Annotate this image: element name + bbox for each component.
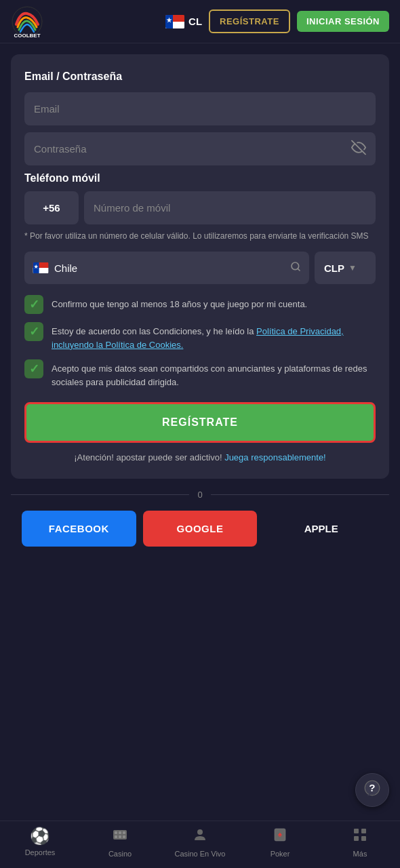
divider-line-right [211, 494, 389, 495]
bottom-nav: ⚽ Deportes Casino Casino En Vivo [0, 821, 400, 868]
nav-label-more: Más [353, 850, 367, 858]
casino-icon [112, 827, 128, 847]
casino-live-icon [192, 827, 208, 847]
nav-label-deportes: Deportes [25, 848, 56, 856]
nav-label-poker: Poker [271, 850, 290, 858]
svg-text:?: ? [369, 782, 375, 793]
chile-flag-selector [33, 262, 49, 273]
nav-item-more[interactable]: Más [320, 827, 400, 861]
phone-section-title: Teléfono móvil [24, 172, 376, 184]
svg-rect-6 [165, 15, 173, 28]
svg-rect-29 [354, 829, 359, 833]
register-button-header[interactable]: REGÍSTRATE [209, 9, 290, 33]
svg-rect-13 [33, 262, 39, 273]
currency-dropdown-icon: ▼ [348, 263, 357, 273]
divider-line-left [11, 494, 189, 495]
check-mark-data: ✓ [29, 361, 39, 376]
form-card: Email / Contraseña Teléfono móvil +56 * … [11, 54, 389, 479]
country-name-display: Chile [54, 262, 285, 274]
nav-item-poker[interactable]: ♠ Poker [240, 827, 320, 861]
privacy-policy-link[interactable]: Política de Privacidad, incluyendo la Po… [52, 326, 344, 350]
google-button[interactable]: GOOGLE [143, 511, 258, 547]
phone-prefix: +56 [24, 191, 79, 224]
svg-rect-30 [361, 829, 366, 833]
header: COOLBET CL REGÍSTRATE INICIAR SESIÓN [0, 0, 400, 43]
email-section-title: Email / Contraseña [24, 71, 376, 83]
chat-icon: ? [363, 779, 381, 801]
svg-rect-20 [115, 831, 117, 834]
check-mark-terms: ✓ [29, 324, 39, 339]
social-buttons: FACEBOOK GOOGLE APPLE [11, 511, 389, 547]
checkbox-label-age: Confirmo que tengo al menos 18 años y qu… [52, 295, 307, 311]
svg-line-16 [298, 269, 300, 271]
svg-rect-22 [123, 831, 125, 834]
country-flag-area: CL [165, 15, 202, 28]
password-toggle-icon[interactable] [351, 140, 366, 158]
check-mark-age: ✓ [29, 297, 39, 312]
email-input[interactable] [24, 92, 376, 125]
register-button-main[interactable]: REGÍSTRATE [24, 402, 376, 443]
svg-rect-21 [119, 831, 121, 834]
phone-hint: * Por favor utiliza un número de celular… [24, 230, 376, 242]
checkbox-item-terms: ✓ Estoy de acuerdo con las Condiciones, … [24, 322, 376, 351]
more-icon [352, 827, 368, 847]
checkbox-terms[interactable]: ✓ [24, 322, 43, 341]
checkbox-label-terms: Estoy de acuerdo con las Condiciones, y … [52, 322, 376, 351]
logo-area: COOLBET [11, 5, 43, 38]
nav-label-casino: Casino [108, 850, 132, 858]
checkbox-data[interactable]: ✓ [24, 359, 43, 378]
svg-rect-24 [119, 835, 121, 838]
phone-row: +56 [24, 191, 376, 224]
divider-row: 0 [11, 490, 389, 500]
checkbox-age[interactable]: ✓ [24, 295, 43, 314]
warning-static-text: ¡Atención! apostar puede ser adictivo! [74, 452, 224, 462]
nav-item-casino[interactable]: Casino [80, 827, 160, 861]
checkbox-group: ✓ Confirmo que tengo al menos 18 años y … [24, 295, 376, 389]
nav-item-deportes[interactable]: ⚽ Deportes [0, 827, 80, 861]
svg-rect-31 [354, 836, 359, 841]
country-selector[interactable]: Chile [24, 252, 309, 284]
currency-selector[interactable]: CLP ▼ [315, 252, 376, 284]
sports-icon: ⚽ [30, 827, 50, 846]
svg-point-26 [197, 829, 203, 835]
login-button-header[interactable]: INICIAR SESIÓN [297, 11, 389, 32]
divider-count: 0 [197, 490, 202, 500]
checkbox-label-data: Acepto que mis datos sean compartidos co… [52, 359, 376, 389]
svg-rect-32 [361, 836, 366, 841]
apple-button[interactable]: APPLE [264, 511, 378, 547]
password-input[interactable] [24, 132, 376, 165]
responsible-gaming-link[interactable]: Juega responsablemente! [224, 452, 326, 462]
checkbox-item-data: ✓ Acepto que mis datos sean compartidos … [24, 359, 376, 389]
facebook-button[interactable]: FACEBOOK [22, 511, 136, 547]
nav-label-casino-live: Casino En Vivo [174, 850, 225, 858]
currency-text: CLP [324, 262, 344, 274]
svg-text:COOLBET: COOLBET [14, 33, 40, 38]
country-code-header: CL [188, 16, 202, 27]
phone-number-input[interactable] [84, 191, 376, 224]
header-right: CL REGÍSTRATE INICIAR SESIÓN [165, 9, 389, 33]
main-content: Email / Contraseña Teléfono móvil +56 * … [0, 43, 400, 821]
nav-item-casino-live[interactable]: Casino En Vivo [160, 827, 240, 861]
country-currency-row: Chile CLP ▼ [24, 252, 376, 284]
country-search-icon [290, 261, 301, 275]
svg-rect-25 [123, 835, 125, 838]
svg-rect-23 [115, 835, 117, 838]
password-wrapper [24, 132, 376, 165]
checkbox-item-age: ✓ Confirmo que tengo al menos 18 años y … [24, 295, 376, 314]
chat-button[interactable]: ? [355, 773, 389, 807]
chile-flag-header [165, 15, 184, 28]
coolbet-logo: COOLBET [11, 5, 43, 38]
poker-icon: ♠ [272, 827, 288, 847]
svg-text:♠: ♠ [278, 830, 282, 838]
warning-text: ¡Atención! apostar puede ser adictivo! J… [24, 452, 376, 462]
